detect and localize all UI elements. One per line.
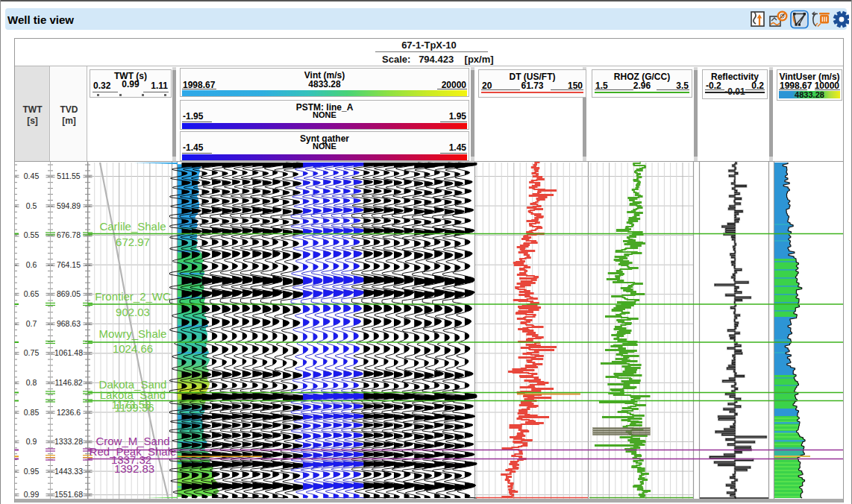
svg-text:0.95: 0.95 <box>24 467 40 476</box>
svg-text:968.63: 968.63 <box>57 319 81 328</box>
svg-text:1199.36: 1199.36 <box>114 401 154 414</box>
svg-text:1392.83: 1392.83 <box>114 462 154 475</box>
svg-text:0.65: 0.65 <box>24 289 40 298</box>
svg-text:0.99: 0.99 <box>24 490 40 499</box>
svg-text:672.97: 672.97 <box>116 236 150 248</box>
svg-text:0.8: 0.8 <box>26 378 37 387</box>
svg-text:0.45: 0.45 <box>24 171 40 180</box>
svg-text:511.55: 511.55 <box>57 171 80 180</box>
svg-text:0.7: 0.7 <box>26 319 37 328</box>
svg-text:0.55: 0.55 <box>24 230 40 239</box>
svg-text:0.5: 0.5 <box>26 201 37 210</box>
svg-text:676.78: 676.78 <box>57 230 81 239</box>
svg-text:1333.28: 1333.28 <box>54 437 83 446</box>
svg-text:1024.66: 1024.66 <box>113 342 153 355</box>
svg-text:1443.33: 1443.33 <box>54 467 83 476</box>
svg-text:0.9: 0.9 <box>26 437 37 446</box>
svg-text:764.15: 764.15 <box>57 260 81 269</box>
svg-text:Carlile_Shale: Carlile_Shale <box>99 220 166 233</box>
svg-text:0.85: 0.85 <box>24 408 40 417</box>
svg-text:0.75: 0.75 <box>24 348 40 357</box>
svg-text:869.05: 869.05 <box>57 289 81 298</box>
svg-text:1236.6: 1236.6 <box>57 408 81 417</box>
svg-text:902.03: 902.03 <box>116 306 150 318</box>
svg-text:0.6: 0.6 <box>26 260 37 269</box>
svg-text:594.89: 594.89 <box>57 201 81 210</box>
svg-text:1551.68: 1551.68 <box>54 490 83 499</box>
svg-text:Mowry_Shale: Mowry_Shale <box>99 327 167 340</box>
svg-text:1146.82: 1146.82 <box>54 378 82 387</box>
svg-text:Frontier_2_WC: Frontier_2_WC <box>95 290 171 303</box>
svg-text:1061.48: 1061.48 <box>54 348 83 357</box>
